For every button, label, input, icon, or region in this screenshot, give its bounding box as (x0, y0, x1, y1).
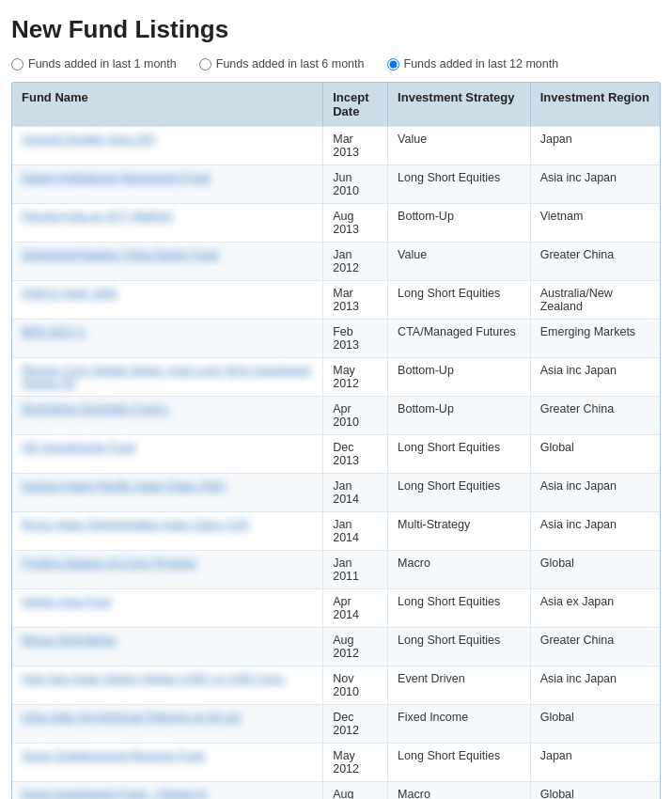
fund-name-text[interactable]: Amundi Greater Asia (JH) (22, 133, 155, 146)
incept-date-cell: Mar 2013 (323, 281, 388, 320)
region-cell: Japan (530, 744, 660, 782)
fund-name-cell[interactable]: Greenway/Hawker China Equity Fund (12, 243, 323, 281)
strategy-cell: CTA/Managed Futures (388, 320, 531, 358)
fund-name-text[interactable]: Hub Asia Asian Series (Series USD) vs US… (22, 672, 286, 685)
table-row: GE Investments FundDec 2013Long Short Eq… (12, 435, 660, 474)
table-row: Nexus DerivativesAug 2012Long Short Equi… (12, 628, 660, 666)
fund-name-cell[interactable]: PIMCO High 1000 (12, 281, 323, 320)
strategy-cell: Macro (388, 782, 531, 800)
strategy-cell: Bottom-Up (388, 397, 531, 435)
filter-12month-radio[interactable] (387, 58, 399, 70)
table-row: Infinity Asia FundApr 2014Long Short Equ… (12, 589, 660, 628)
region-cell: Greater China (530, 243, 660, 281)
strategy-cell: Value (388, 243, 531, 281)
table-wrapper: Fund Name Incept Date Investment Strateg… (11, 82, 661, 799)
table-row: Parvest Asia ex-JCT (Belfort)Aug 2013Bot… (12, 204, 660, 243)
fund-name-cell[interactable]: BIIG-2017-1 (12, 320, 323, 358)
fund-name-cell[interactable]: Kong Investments Fund - (Series A) (12, 782, 323, 800)
table-row: PIMCO High 1000Mar 2013Long Short Equiti… (12, 281, 660, 320)
fund-name-text[interactable]: BIIG-2017-1 (22, 325, 86, 338)
fund-name-text[interactable]: Invictus Asian Pacific Asian Class (SIA) (22, 479, 226, 493)
fund-name-text[interactable]: Fording Season Hi-Corp Program (22, 556, 196, 570)
fund-name-cell[interactable]: Parvest Asia ex-JCT (Belfort) (12, 204, 323, 243)
strategy-cell: Long Short Equities (388, 165, 531, 204)
filter-12month[interactable]: Funds added in last 12 month (387, 57, 559, 70)
table-row: Fording Season Hi-Corp ProgramJan 2011Ma… (12, 551, 660, 589)
fund-name-text[interactable]: Asia-class IIA American Returns vs IIA L… (22, 711, 241, 724)
fund-name-cell[interactable]: Byron Asian Opportunities Asian Class (U… (12, 512, 323, 551)
page-container: New Fund Listings Funds added in last 1 … (0, 0, 672, 799)
fund-name-text[interactable]: Greenway/Hawker China Equity Fund (22, 248, 218, 261)
incept-date-cell: Apr 2014 (323, 589, 388, 628)
table-row: Renren Corp Global Series: Asia Long Ter… (12, 358, 660, 397)
fund-name-text[interactable]: Nexus Derivatives (22, 634, 117, 647)
table-row: Greenway/Hawker China Equity FundJan 201… (12, 243, 660, 281)
fund-name-text[interactable]: Renren Corp Global Series: Asia Long Ter… (22, 364, 313, 390)
col-header-region: Investment Region (530, 83, 660, 127)
region-cell: Greater China (530, 628, 660, 666)
strategy-cell: Value (388, 127, 531, 165)
incept-date-cell: Apr 2010 (323, 397, 388, 435)
region-cell: Asia inc Japan (530, 512, 660, 551)
col-header-fund: Fund Name (12, 83, 323, 127)
col-header-date: Incept Date (323, 83, 388, 127)
fund-name-text[interactable]: Dingsheng Domestic Fund L (22, 402, 170, 415)
fund-name-cell[interactable]: Dingsheng Domestic Fund L (12, 397, 323, 435)
fund-name-cell[interactable]: Snow Outplacement Reserve Fund (12, 744, 323, 782)
fund-name-cell[interactable]: GE Investments Fund (12, 435, 323, 474)
fund-name-text[interactable]: Kong Investments Fund - (Series A) (22, 788, 208, 799)
fund-name-cell[interactable]: Asia-class IIA American Returns vs IIA L… (12, 705, 323, 744)
fund-name-text[interactable]: Parvest Asia ex-JCT (Belfort) (22, 210, 173, 223)
incept-date-cell: Jan 2011 (323, 551, 388, 589)
region-cell: Vietnam (530, 204, 660, 243)
page-title: New Fund Listings (11, 15, 661, 44)
strategy-cell: Long Short Equities (388, 474, 531, 512)
region-cell: Greater China (530, 397, 660, 435)
fund-name-cell[interactable]: Hub Asia Asian Series (Series USD) vs US… (12, 666, 323, 705)
filter-1month-label: Funds added in last 1 month (28, 57, 177, 70)
table-row: Kong Investments Fund - (Series A)Aug 20… (12, 782, 660, 800)
fund-name-cell[interactable]: Fording Season Hi-Corp Program (12, 551, 323, 589)
filter-1month-radio[interactable] (11, 58, 23, 70)
fund-name-cell[interactable]: Nexus Derivatives (12, 628, 323, 666)
fund-name-cell[interactable]: Amundi Greater Asia (JH) (12, 127, 323, 165)
fund-name-text[interactable]: Daiwa Institutional Sponsoring Fund (22, 171, 210, 184)
fund-name-cell[interactable]: Daiwa Institutional Sponsoring Fund (12, 165, 323, 204)
fund-name-text[interactable]: Byron Asian Opportunities Asian Class (U… (22, 518, 249, 531)
strategy-cell: Long Short Equities (388, 744, 531, 782)
incept-date-cell: Jan 2012 (323, 243, 388, 281)
table-body: Amundi Greater Asia (JH)Mar 2013ValueJap… (12, 127, 660, 800)
incept-date-cell: May 2012 (323, 744, 388, 782)
region-cell: Asia inc Japan (530, 666, 660, 705)
filter-row: Funds added in last 1 month Funds added … (11, 57, 661, 70)
filter-12month-label: Funds added in last 12 month (404, 57, 559, 70)
table-row: BIIG-2017-1Feb 2013CTA/Managed FuturesEm… (12, 320, 660, 358)
fund-name-text[interactable]: PIMCO High 1000 (22, 287, 117, 300)
fund-name-cell[interactable]: Renren Corp Global Series: Asia Long Ter… (12, 358, 323, 397)
region-cell: Asia inc Japan (530, 358, 660, 397)
strategy-cell: Event Driven (388, 666, 531, 705)
filter-6month-radio[interactable] (199, 58, 211, 70)
table-row: Daiwa Institutional Sponsoring FundJun 2… (12, 165, 660, 204)
fund-name-text[interactable]: Snow Outplacement Reserve Fund (22, 749, 205, 762)
region-cell: Japan (530, 127, 660, 165)
filter-1month[interactable]: Funds added in last 1 month (11, 57, 177, 70)
table-row: Dingsheng Domestic Fund LApr 2010Bottom-… (12, 397, 660, 435)
incept-date-cell: Dec 2012 (323, 705, 388, 744)
table-row: Amundi Greater Asia (JH)Mar 2013ValueJap… (12, 127, 660, 165)
table-header-row: Fund Name Incept Date Investment Strateg… (12, 83, 660, 127)
region-cell: Asia inc Japan (530, 474, 660, 512)
fund-name-cell[interactable]: Invictus Asian Pacific Asian Class (SIA) (12, 474, 323, 512)
incept-date-cell: Dec 2013 (323, 435, 388, 474)
fund-name-cell[interactable]: Infinity Asia Fund (12, 589, 323, 628)
strategy-cell: Long Short Equities (388, 589, 531, 628)
incept-date-cell: Jan 2014 (323, 512, 388, 551)
region-cell: Global (530, 782, 660, 800)
fund-name-text[interactable]: GE Investments Fund (22, 441, 135, 454)
fund-name-text[interactable]: Infinity Asia Fund (22, 595, 111, 608)
col-header-strategy: Investment Strategy (388, 83, 531, 127)
filter-6month[interactable]: Funds added in last 6 month (199, 57, 365, 70)
strategy-cell: Macro (388, 551, 531, 589)
strategy-cell: Bottom-Up (388, 358, 531, 397)
region-cell: Emerging Markets (530, 320, 660, 358)
